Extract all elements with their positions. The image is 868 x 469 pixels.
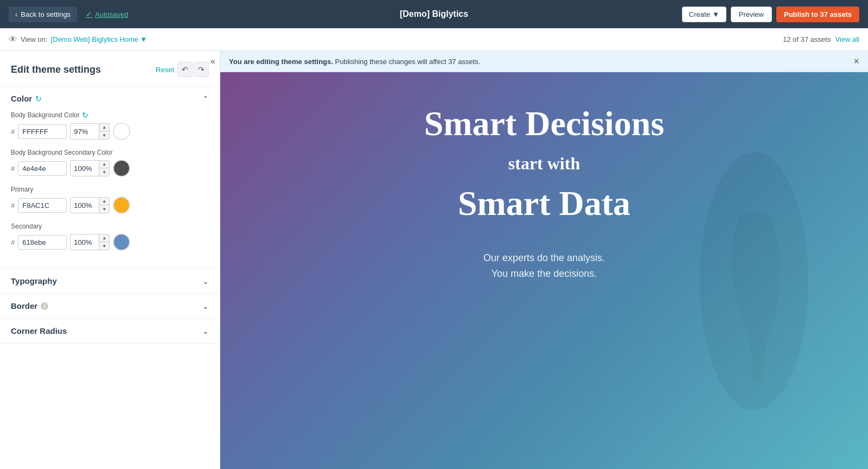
body-bg-opacity-down[interactable]: ▼ (99, 131, 109, 139)
secondary-row: # ▲ ▼ (11, 233, 209, 251)
body-bg-secondary-row: # ▲ ▼ (11, 160, 209, 177)
secondary-opacity-down[interactable]: ▼ (99, 242, 109, 250)
primary-swatch[interactable] (113, 197, 130, 214)
body-background-color-group: Body Background Color ↻ # ▲ ▼ (11, 111, 209, 140)
primary-opacity-spinners: ▲ ▼ (99, 198, 109, 213)
checkmark-icon: ✓ (86, 10, 92, 18)
primary-row: # ▲ ▼ (11, 197, 209, 214)
top-nav: ‹ Back to settings ✓ Autosaved [Demo] Bi… (0, 0, 868, 28)
color-section-title: Color (11, 94, 32, 103)
border-title: Border i (11, 301, 48, 310)
chevron-down-icon: ▼ (712, 10, 719, 18)
hash-prefix-2: # (11, 164, 15, 173)
create-label: Create (689, 10, 710, 18)
body-bg-secondary-hex-input[interactable] (18, 161, 67, 176)
body-bg-secondary-opacity-spinners: ▲ ▼ (99, 161, 109, 176)
preview-button[interactable]: Preview (731, 7, 772, 22)
selected-site-link[interactable]: [Demo Web] Biglytics Home ▼ (51, 35, 147, 43)
hero-title-1: Smart Decisions (264, 105, 825, 143)
assets-info: 12 of 37 assets View all (783, 35, 859, 43)
undo-redo-controls: ↶ ↷ (177, 62, 209, 77)
eye-icon: 👁 (9, 35, 17, 45)
color-section-header[interactable]: Color ↻ ⌃ (0, 86, 220, 111)
body-bg-secondary-opacity-wrap: ▲ ▼ (70, 160, 110, 176)
banner-close-button[interactable]: × (853, 56, 859, 66)
hero-preview: Smart Decisions start with Smart Data Ou… (220, 72, 868, 469)
body-bg-opacity-up[interactable]: ▲ (99, 124, 109, 131)
editing-description: Publishing these changes will affect 37 … (335, 58, 481, 66)
corner-radius-title: Corner Radius (11, 326, 67, 335)
color-section-title-row: Color ↻ (11, 94, 42, 103)
top-nav-right: Create ▼ Preview Publish to 37 assets (682, 7, 859, 22)
secondary-opacity-wrap: ▲ ▼ (70, 234, 110, 250)
body-bg-secondary-opacity-input[interactable] (71, 162, 99, 175)
body-bg-opacity-wrap: ▲ ▼ (70, 123, 110, 140)
back-btn-label: Back to settings (21, 10, 71, 18)
view-all-label: View all (835, 35, 859, 43)
secondary-opacity-input[interactable] (71, 236, 99, 249)
refresh-icon[interactable]: ↻ (35, 94, 42, 103)
primary-opacity-down[interactable]: ▼ (99, 205, 109, 213)
publish-label: Publish to 37 assets (784, 10, 852, 18)
collapse-panel-button[interactable]: « (210, 56, 215, 66)
primary-label: Primary (11, 186, 209, 193)
body-bg-swatch[interactable] (113, 123, 130, 140)
color-chevron-up-icon: ⌃ (202, 94, 209, 103)
body-bg-secondary-swatch[interactable] (113, 160, 130, 177)
redo-button[interactable]: ↷ (194, 62, 209, 77)
secondary-swatch[interactable] (113, 233, 130, 251)
publish-button[interactable]: Publish to 37 assets (776, 7, 859, 22)
primary-opacity-up[interactable]: ▲ (99, 198, 109, 205)
body-bg-secondary-down[interactable]: ▼ (99, 168, 109, 176)
undo-button[interactable]: ↶ (177, 62, 193, 77)
body-bg-secondary-group: Body Background Secondary Color # ▲ ▼ (11, 149, 209, 177)
selected-site-name: [Demo Web] Biglytics Home (51, 35, 139, 43)
editing-banner-text: You are editing theme settings. Publishi… (229, 58, 480, 66)
corner-radius-chevron-icon: ⌄ (202, 327, 209, 335)
assets-count: 12 of 37 assets (783, 35, 831, 43)
secondary-opacity-up[interactable]: ▲ (99, 234, 109, 242)
preview-label: Preview (739, 10, 764, 18)
create-button[interactable]: Create ▼ (682, 7, 726, 22)
body-background-label: Body Background Color ↻ (11, 111, 209, 119)
primary-opacity-input[interactable] (71, 199, 99, 212)
body-bg-opacity-spinners: ▲ ▼ (99, 124, 109, 139)
hash-prefix-1: # (11, 128, 15, 136)
hero-title-3: Smart Data (264, 185, 825, 223)
body-bg-refresh-icon[interactable]: ↻ (82, 111, 88, 119)
edit-theme-actions: Reset ↶ ↷ (156, 62, 209, 77)
reset-button[interactable]: Reset (156, 66, 174, 74)
view-on-section: 👁 View on: [Demo Web] Biglytics Home ▼ (9, 35, 147, 45)
border-info-icon[interactable]: i (41, 302, 48, 310)
body-background-row: # ▲ ▼ (11, 123, 209, 140)
border-chevron-icon: ⌄ (202, 302, 209, 310)
view-on-label: View on: (21, 35, 48, 43)
primary-opacity-wrap: ▲ ▼ (70, 197, 110, 213)
body-bg-secondary-up[interactable]: ▲ (99, 161, 109, 168)
border-section[interactable]: Border i ⌄ (0, 294, 220, 319)
body-bg-hex-input[interactable] (18, 124, 67, 139)
hero-content: Smart Decisions start with Smart Data Ou… (264, 105, 825, 281)
main-layout: « Edit theme settings Reset ↶ ↷ Color ↻ … (0, 51, 868, 469)
view-all-link[interactable]: View all (835, 35, 859, 43)
chevron-left-icon: ‹ (15, 10, 17, 18)
primary-hex-input[interactable] (18, 198, 67, 213)
color-section-content: Body Background Color ↻ # ▲ ▼ (0, 111, 220, 268)
page-title: [Demo] Biglytics (400, 9, 468, 19)
preview-area: You are editing theme settings. Publishi… (220, 51, 868, 469)
autosaved-label[interactable]: Autosaved (95, 10, 128, 18)
edit-theme-header: Edit theme settings Reset ↶ ↷ (0, 51, 220, 86)
body-bg-opacity-input[interactable] (71, 125, 99, 138)
color-section: Color ↻ ⌃ Body Background Color ↻ # (0, 86, 220, 269)
typography-chevron-icon: ⌄ (202, 277, 209, 286)
hash-prefix-4: # (11, 238, 15, 246)
body-bg-secondary-label: Body Background Secondary Color (11, 149, 209, 156)
secondary-color-group: Secondary # ▲ ▼ (11, 223, 209, 251)
left-panel: « Edit theme settings Reset ↶ ↷ Color ↻ … (0, 51, 220, 469)
hero-sub-2: You make the decisions. (264, 266, 825, 282)
secondary-hex-input[interactable] (18, 235, 67, 250)
corner-radius-section[interactable]: Corner Radius ⌄ (0, 319, 220, 344)
back-to-settings-button[interactable]: ‹ Back to settings (9, 7, 77, 22)
typography-section[interactable]: Typography ⌄ (0, 269, 220, 294)
typography-title: Typography (11, 276, 57, 286)
